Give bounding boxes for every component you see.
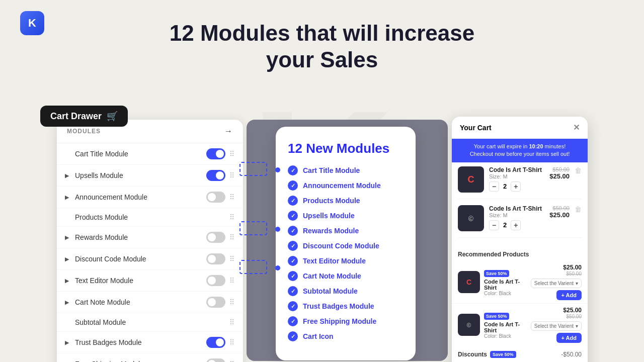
drag-handle-icon[interactable]: ⠿ (229, 298, 235, 306)
feature-list-item: ✓ Subtotal Module (288, 286, 404, 296)
rec-item-original-price: $50.00 (563, 271, 582, 277)
select-variant-dropdown[interactable]: Select the Varient ▾ (531, 321, 582, 331)
feature-item-label: Discount Code Module (303, 242, 379, 250)
cart-item-sale-price: $25.00 (549, 211, 570, 219)
cart-item-image: C (458, 166, 484, 193)
feature-item-label: Rewards Module (303, 227, 359, 235)
rec-item-sale-price: $25.00 (563, 264, 582, 271)
dashed-selection-rewards (239, 221, 267, 235)
cart-panel: Your Cart ✕ Your cart will expire in 10:… (452, 117, 588, 362)
dashed-selection-texteditor (239, 260, 267, 274)
module-toggle[interactable] (206, 275, 225, 286)
module-name: Free Shipping Module (75, 360, 202, 362)
module-toggle[interactable] (206, 337, 225, 348)
rec-item-image: C (458, 271, 480, 293)
module-toggle[interactable] (206, 358, 225, 362)
cart-item-price: $50.00 $25.00 (549, 205, 570, 219)
cart-item-image: © (458, 205, 484, 231)
check-icon: ✓ (288, 241, 298, 251)
cart-timer-banner: Your cart will expire in 10:20 minutes! … (452, 139, 588, 162)
drag-handle-icon[interactable]: ⠿ (229, 255, 235, 263)
module-name: Rewards Module (75, 233, 202, 241)
feature-list-item: ✓ Cart Note Module (288, 271, 404, 281)
select-variant-dropdown[interactable]: Select the Varient ▾ (531, 279, 582, 288)
cart-close-button[interactable]: ✕ (573, 123, 580, 132)
feature-list-item: ✓ Products Module (288, 196, 404, 206)
discount-amount: -$50.00 (561, 351, 582, 358)
dashed-dot-upsells (275, 167, 280, 172)
check-icon: ✓ (288, 316, 298, 326)
drag-handle-icon[interactable]: ⠿ (229, 360, 235, 362)
drag-handle-icon[interactable]: ⠿ (229, 338, 235, 346)
check-icon: ✓ (288, 165, 298, 175)
check-icon: ✓ (288, 180, 298, 191)
module-row: Cart Title Module ⠿ (57, 143, 243, 165)
rec-item-color: Color: Black (484, 291, 527, 296)
feature-item-label: Cart Note Module (303, 272, 361, 280)
qty-decrease[interactable]: − (489, 220, 499, 230)
discount-row: Discounts Save 50% -$50.00 (458, 351, 582, 358)
chevron-icon: ▶ (65, 194, 71, 201)
drag-handle-icon[interactable]: ⠿ (229, 193, 235, 201)
drag-handle-icon[interactable]: ⠿ (229, 171, 235, 179)
module-toggle[interactable] (206, 253, 225, 264)
module-toggle[interactable] (206, 170, 225, 181)
qty-decrease[interactable]: − (489, 182, 499, 192)
module-row: ▶ Text Editor Module ⠿ (57, 270, 243, 292)
cart-item-delete-button[interactable]: 🗑 (575, 166, 582, 174)
rec-item-actions: $25.00 $50.00 Select the Varient ▾ + Add (531, 307, 582, 343)
chevron-icon: ▶ (65, 256, 71, 262)
feature-item-label: Cart Icon (303, 332, 334, 340)
feature-list-item: ✓ Upsells Module (288, 211, 404, 221)
qty-increase[interactable]: + (511, 182, 521, 192)
cart-item-qty: − 2 + (489, 220, 544, 230)
feature-item-label: Announcement Module (303, 182, 381, 190)
module-toggle[interactable] (206, 297, 225, 308)
rec-item-prices: $25.00 $50.00 (563, 307, 582, 319)
cart-item-delete-button[interactable]: 🗑 (575, 205, 582, 213)
main-headline: 12 Modules that will increase your Sales (0, 20, 644, 73)
module-name: Subtotal Module (75, 318, 225, 326)
module-toggle[interactable] (206, 192, 225, 203)
module-row: ▶ Cart Note Module ⠿ (57, 292, 243, 313)
cart-item-name: Code Is Art T-Shirt (489, 166, 544, 173)
module-toggle[interactable] (206, 148, 225, 159)
drag-handle-icon[interactable]: ⠿ (229, 277, 235, 285)
feature-list-item: ✓ Cart Icon (288, 331, 404, 341)
cart-item-details: Code Is Art T-Shirt Size: M − 2 + (489, 205, 544, 230)
modules-panel: MODULES → Cart Title Module ⠿ ▶ Upsells … (57, 120, 243, 362)
cart-item-original-price: $50.00 (549, 205, 570, 211)
modules-arrow[interactable]: → (224, 127, 233, 136)
check-icon: ✓ (288, 331, 298, 341)
drag-handle-icon[interactable]: ⠿ (229, 213, 235, 221)
cart-footer: Discounts Save 50% -$50.00 Total: $50.00… (452, 346, 588, 362)
cart-item-sale-price: $25.00 (549, 172, 570, 180)
drag-handle-icon[interactable]: ⠿ (229, 150, 235, 158)
rec-add-button[interactable]: + Add (556, 290, 582, 300)
feature-list-item: ✓ Cart Title Module (288, 165, 404, 175)
module-toggle[interactable] (206, 232, 225, 243)
cart-item-size: Size: M (489, 173, 544, 179)
module-row: ▶ Rewards Module ⠿ (57, 227, 243, 248)
feature-item-label: Upsells Module (303, 212, 355, 220)
cart-item-name: Code Is Art T-Shirt (489, 205, 544, 212)
rec-add-button[interactable]: + Add (556, 333, 582, 343)
module-row: ▶ Announcement Module ⠿ (57, 187, 243, 208)
qty-increase[interactable]: + (511, 220, 521, 230)
check-icon: ✓ (288, 196, 298, 206)
module-row: ▶ Free Shipping Module ⠿ (57, 353, 243, 362)
feature-item-label: Cart Title Module (303, 166, 360, 174)
chevron-icon: ▶ (65, 234, 71, 241)
drag-handle-icon[interactable]: ⠿ (229, 318, 235, 326)
module-name: Discount Code Module (75, 255, 202, 263)
rec-item: C Save 50% Code Is Art T-Shirt Color: Bl… (452, 261, 588, 304)
feature-title: 12 New Modules (288, 141, 404, 156)
cart-item-original-price: $50.00 (549, 166, 570, 172)
feature-panel: 12 New Modules ✓ Cart Title Module ✓ Ann… (276, 127, 416, 360)
feature-item-label: Products Module (303, 197, 360, 205)
cart-item-size: Size: M (489, 212, 544, 218)
drag-handle-icon[interactable]: ⠿ (229, 233, 235, 241)
rec-item-color: Color: Black (484, 333, 527, 339)
rec-item-info: Save 50% Code Is Art T-Shirt Color: Blac… (484, 268, 527, 296)
module-name: Announcement Module (75, 193, 202, 201)
